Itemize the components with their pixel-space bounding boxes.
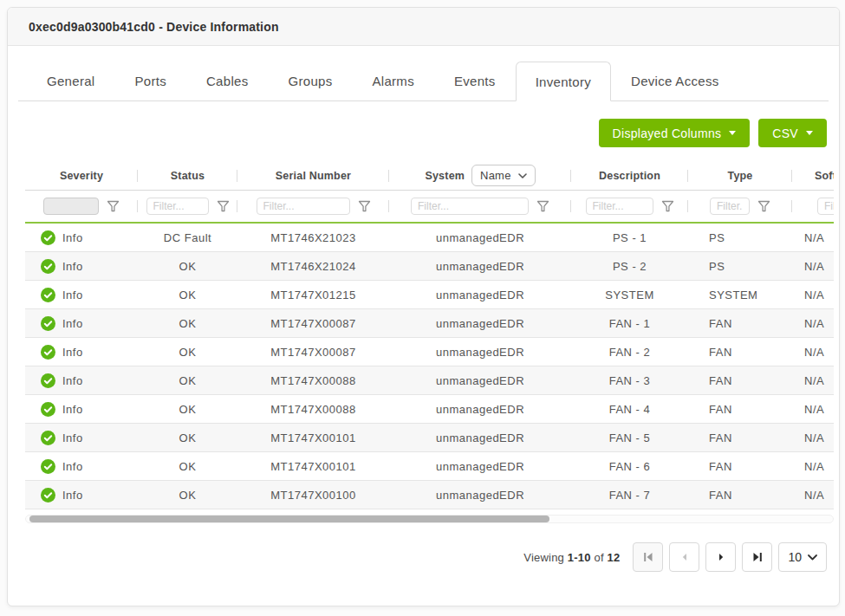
system-filter-input[interactable] (411, 198, 529, 215)
severity-cell: Info (25, 288, 138, 302)
severity-ok-icon (41, 373, 55, 388)
software-cell: N/A (792, 431, 834, 444)
tab-bar: General Ports Cables Groups Alarms Event… (18, 62, 829, 101)
tab-cables[interactable]: Cables (186, 62, 269, 101)
severity-label: Info (62, 460, 83, 473)
description-cell: FAN - 2 (571, 346, 688, 359)
severity-label: Info (62, 374, 83, 387)
first-page-button[interactable] (633, 542, 663, 572)
system-cell: unmanagedEDR (389, 231, 571, 244)
table-header-row: Severity Status Serial Number System Nam… (25, 161, 834, 191)
type-cell: PS (688, 231, 792, 244)
previous-page-button[interactable] (669, 542, 699, 572)
viewing-status: Viewing 1-10 of 12 (523, 551, 620, 564)
tab-events[interactable]: Events (434, 62, 516, 101)
filter-funnel-icon[interactable] (757, 200, 770, 212)
column-header-status[interactable]: Status (138, 161, 237, 190)
first-page-icon (641, 550, 655, 564)
serial-number-cell: MT1747X00100 (237, 489, 389, 502)
column-header-serial-number[interactable]: Serial Number (237, 161, 389, 190)
filter-funnel-icon[interactable] (536, 200, 549, 212)
serial-number-cell: MT1746X21024 (237, 260, 389, 273)
software-cell: N/A (792, 374, 834, 387)
table-row[interactable]: Info OK MT1747X00087 unmanagedEDR FAN - … (25, 309, 834, 338)
severity-label: Info (62, 231, 83, 244)
status-cell: OK (138, 289, 237, 302)
software-cell: N/A (792, 317, 834, 330)
tab-inventory[interactable]: Inventory (516, 62, 611, 101)
status-cell: OK (138, 346, 237, 359)
serial-number-cell: MT1747X00101 (237, 460, 389, 473)
column-header-type[interactable]: Type (688, 161, 792, 190)
next-page-button[interactable] (705, 542, 736, 572)
filter-funnel-icon[interactable] (358, 200, 371, 212)
description-filter-input[interactable] (586, 198, 653, 215)
chevron-down-icon (806, 131, 813, 135)
filter-funnel-icon[interactable] (217, 200, 230, 212)
horizontal-scrollbar[interactable] (25, 515, 834, 523)
column-header-description[interactable]: Description (571, 161, 688, 190)
table-body: Info DC Fault MT1746X21023 unmanagedEDR … (25, 224, 834, 509)
table-row[interactable]: Info DC Fault MT1746X21023 unmanagedEDR … (25, 224, 834, 252)
displayed-columns-button[interactable]: Displayed Columns (599, 119, 751, 147)
software-cell: N/A (792, 260, 834, 273)
table-row[interactable]: Info OK MT1747X00088 unmanagedEDR FAN - … (25, 395, 834, 424)
table-row[interactable]: Info OK MT1747X00087 unmanagedEDR FAN - … (25, 338, 834, 366)
last-page-button[interactable] (742, 542, 772, 572)
horizontal-scrollbar-thumb[interactable] (29, 515, 549, 522)
software-cell: N/A (792, 403, 834, 416)
system-cell: unmanagedEDR (389, 289, 571, 302)
severity-ok-icon (41, 431, 55, 445)
type-cell: FAN (688, 317, 792, 330)
page-size-select[interactable]: 10 (778, 542, 827, 572)
type-filter-input[interactable] (710, 198, 750, 215)
severity-ok-icon (41, 402, 55, 417)
serial-number-filter-input[interactable] (257, 198, 350, 215)
system-field-select[interactable]: Name (471, 165, 535, 186)
severity-ok-icon (41, 259, 55, 274)
tab-ports[interactable]: Ports (114, 62, 186, 101)
software-filter-input[interactable] (817, 198, 834, 215)
serial-number-cell: MT1747X00087 (237, 346, 389, 359)
table-row[interactable]: Info OK MT1747X00101 unmanagedEDR FAN - … (25, 452, 834, 481)
tab-alarms[interactable]: Alarms (352, 62, 433, 101)
type-cell: PS (688, 260, 792, 273)
filter-funnel-icon[interactable] (661, 200, 674, 212)
table-row[interactable]: Info OK MT1747X00100 unmanagedEDR FAN - … (25, 481, 834, 509)
column-header-severity[interactable]: Severity (25, 161, 138, 190)
tab-groups[interactable]: Groups (268, 62, 352, 101)
viewing-range: 1-10 (568, 551, 591, 564)
description-cell: FAN - 4 (571, 403, 688, 416)
tab-general[interactable]: General (27, 62, 114, 101)
serial-number-cell: MT1746X21023 (237, 231, 389, 244)
description-cell: PS - 2 (571, 260, 688, 273)
column-header-system[interactable]: System Name (389, 161, 571, 190)
filter-funnel-icon[interactable] (107, 200, 120, 212)
severity-cell: Info (25, 373, 138, 388)
system-cell: unmanagedEDR (389, 374, 571, 387)
severity-cell: Info (25, 459, 138, 474)
description-cell: FAN - 1 (571, 317, 688, 330)
severity-cell: Info (25, 230, 138, 245)
viewing-of-label: of (594, 551, 603, 564)
tab-device-access[interactable]: Device Access (611, 62, 738, 101)
chevron-down-icon (729, 131, 736, 135)
system-cell: unmanagedEDR (389, 431, 571, 444)
csv-export-button[interactable]: CSV (758, 119, 827, 147)
table-row[interactable]: Info OK MT1747X00088 unmanagedEDR FAN - … (25, 366, 834, 395)
severity-label: Info (62, 346, 83, 359)
severity-cell: Info (25, 316, 138, 331)
table-row[interactable]: Info OK MT1747X01215 unmanagedEDR SYSTEM… (25, 281, 834, 309)
column-header-software[interactable]: Software (792, 161, 834, 190)
software-cell: N/A (792, 231, 834, 244)
severity-label: Info (62, 403, 83, 416)
status-cell: OK (138, 431, 237, 444)
status-filter-input[interactable] (146, 198, 209, 215)
severity-cell: Info (25, 345, 138, 360)
software-cell: N/A (792, 289, 834, 302)
table-toolbar: Displayed Columns CSV (18, 119, 827, 147)
table-row[interactable]: Info OK MT1746X21024 unmanagedEDR PS - 2… (25, 252, 834, 281)
table-row[interactable]: Info OK MT1747X00101 unmanagedEDR FAN - … (25, 424, 834, 452)
last-page-icon (751, 550, 764, 564)
severity-cell: Info (25, 259, 138, 274)
